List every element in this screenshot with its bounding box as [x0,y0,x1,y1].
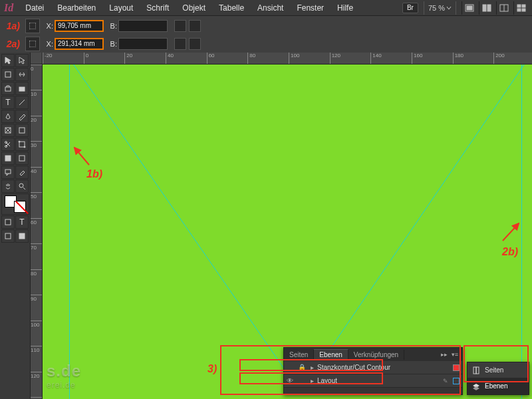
eyedropper-tool[interactable] [15,166,29,179]
side-item-seiten[interactable]: Seiten [467,362,529,378]
rectangle-frame-tool[interactable] [1,124,15,137]
tab-verknuepfungen[interactable]: Verknüpfungen [348,350,404,360]
content-placer-tool[interactable] [15,82,29,95]
disclosure-icon[interactable]: ▸ [308,377,316,384]
scale-icon-2[interactable] [189,38,201,50]
view-mode-2-icon[interactable] [479,1,493,15]
ruler-h-tick: 160 [412,53,422,64]
menu-layout[interactable]: Layout [104,2,138,14]
free-transform-tool[interactable] [15,138,29,151]
page-tool[interactable] [1,68,15,81]
disclosure-icon[interactable]: ▸ [308,364,316,371]
lock-icon[interactable]: 🔒 [296,364,308,371]
apply-color-icon[interactable] [1,215,15,229]
svg-line-33 [74,148,89,165]
apply-text-icon[interactable]: T [15,215,29,229]
ruler-v-tick: 40 [31,167,42,174]
zoom-tool[interactable] [15,180,29,193]
pen-tool[interactable] [1,110,15,123]
gap-tool[interactable] [15,68,29,81]
bridge-chip[interactable]: Br [402,3,418,13]
horizontal-ruler[interactable]: -20020406080100120140160180200220 [43,53,532,65]
selection-tool[interactable] [1,54,15,67]
normal-view-icon[interactable] [1,229,15,243]
note-tool[interactable] [1,166,15,179]
tab-ebenen[interactable]: Ebenen [314,349,348,360]
side-panel: Seiten Ebenen [467,362,529,395]
menu-fenster[interactable]: Fenster [291,2,329,14]
direct-selection-tool[interactable] [15,54,29,67]
x-label-2: X: [44,40,53,48]
layer-pen-icon: ✎ [441,378,450,384]
type-tool[interactable]: T [1,96,15,109]
vertical-ruler[interactable]: 0102030405060708090100110120130 [31,65,43,399]
menu-tabelle[interactable]: Tabelle [213,2,249,14]
ruler-v-tick: 110 [31,346,42,353]
tab-seiten[interactable]: Seiten [284,350,314,360]
app-logo: Id [4,2,13,14]
zoom-field[interactable]: 75 % [424,1,456,15]
hand-tool[interactable] [1,180,15,193]
scissors-tool[interactable] [1,138,15,151]
ruler-v-tick: 60 [31,218,42,225]
annotation-3: 3) [207,363,217,375]
panel-menu-icon[interactable]: ▾≡ [450,350,460,359]
svg-rect-36 [476,367,479,374]
svg-rect-10 [5,72,11,77]
side-item-label: Seiten [485,366,503,374]
svg-rect-12 [19,87,25,91]
preview-view-icon[interactable] [15,229,29,243]
b-input-2[interactable] [118,38,168,50]
constrain-icon[interactable] [174,20,186,32]
constrain-icon-2[interactable] [174,38,186,50]
ruler-h-tick: 100 [289,53,299,64]
menu-hilfe[interactable]: Hilfe [332,2,358,14]
menu-bearbeiten[interactable]: Bearbeiten [52,2,101,14]
control-bar: 1a) X: B: 2a) X: B: [0,16,532,54]
view-mode-1-icon[interactable] [462,1,476,15]
line-tool[interactable] [15,96,29,109]
svg-rect-2 [483,5,486,11]
reference-point-widget-2[interactable] [25,37,40,51]
ruler-h-tick: 120 [330,53,340,64]
chevron-down-icon [446,5,452,11]
svg-line-31 [69,65,301,392]
annotation-1b: 1b) [86,168,102,180]
tools-panel: T T [0,53,31,399]
ruler-h-tick: 80 [247,53,255,64]
layer-row-stanzkontur[interactable]: 🔒 ▸ Stanzkontur/Cut Contour [284,361,462,374]
b-input-1[interactable] [118,20,168,32]
side-item-ebenen[interactable]: Ebenen [467,378,529,394]
svg-rect-9 [522,9,525,11]
fill-stroke-swatch[interactable] [1,194,29,215]
content-collector-tool[interactable] [1,82,15,95]
ruler-v-tick: 20 [31,116,42,123]
panel-collapse-icon[interactable]: ▸▸ [440,350,449,359]
ruler-h-tick: 0 [84,53,88,64]
svg-rect-3 [487,5,491,11]
visibility-toggle[interactable]: 👁 [284,377,296,384]
gradient-swatch-tool[interactable] [1,152,15,165]
arrange-icon[interactable] [513,1,528,15]
ruler-origin[interactable] [31,53,43,65]
svg-rect-17 [19,128,25,133]
control-row-2: 2a) X: B: [3,35,529,52]
gradient-feather-tool[interactable] [15,152,29,165]
scale-icon[interactable] [189,20,201,32]
x-input-2[interactable] [55,38,104,50]
pencil-tool[interactable] [15,110,29,123]
reference-point-widget[interactable] [25,19,40,33]
menu-datei[interactable]: Datei [20,2,49,14]
zoom-value: 75 % [428,4,445,12]
layer-row-layout[interactable]: 👁 ▸ Layout ✎ [284,374,462,388]
menu-objekt[interactable]: Objekt [177,2,211,14]
screen-mode-icon[interactable] [496,1,511,15]
layers-panel-tabs: Seiten Ebenen Verknüpfungen ▸▸ ▾≡ [284,348,462,361]
x-input-1[interactable] [55,20,104,32]
menu-ansicht[interactable]: Ansicht [252,2,289,14]
annotation-1a: 1a) [3,21,20,31]
ruler-h-tick: 180 [453,53,464,64]
ruler-v-tick: 30 [31,141,42,148]
rectangle-tool[interactable] [15,124,29,137]
menu-schrift[interactable]: Schrift [141,2,174,14]
